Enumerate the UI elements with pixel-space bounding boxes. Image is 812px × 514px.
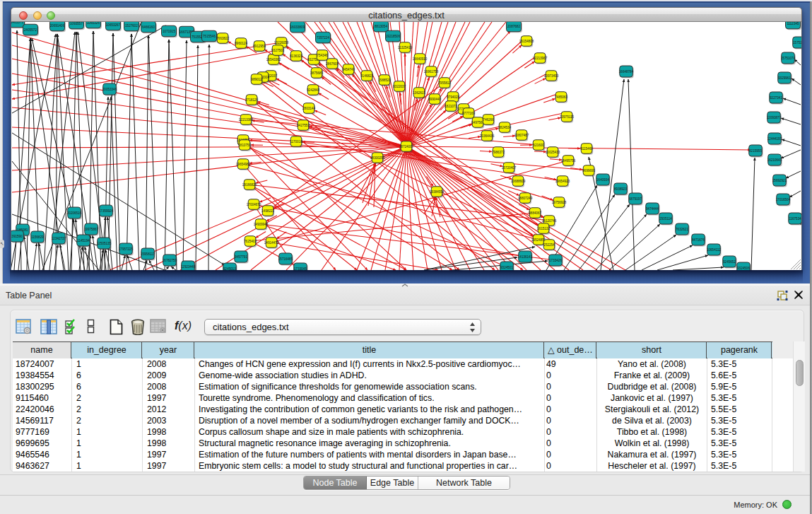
- svg-text:9327503: 9327503: [271, 49, 284, 52]
- svg-text:2803144: 2803144: [302, 107, 315, 110]
- svg-text:391590: 391590: [11, 235, 23, 238]
- svg-text:10654112: 10654112: [707, 248, 722, 252]
- svg-text:12213383: 12213383: [239, 118, 254, 122]
- svg-text:15958117: 15958117: [141, 252, 155, 256]
- svg-text:1405571: 1405571: [11, 22, 23, 24]
- svg-text:12444197: 12444197: [767, 137, 782, 141]
- svg-text:15716485: 15716485: [278, 257, 293, 261]
- svg-text:9146821: 9146821: [360, 74, 373, 78]
- svg-text:7632621: 7632621: [676, 228, 688, 231]
- svg-text:9474444: 9474444: [646, 207, 659, 211]
- svg-text:12923448: 12923448: [181, 265, 196, 269]
- svg-text:19166825: 19166825: [242, 183, 257, 187]
- svg-text:1362615: 1362615: [413, 91, 425, 95]
- svg-text:19975867: 19975867: [84, 228, 99, 231]
- svg-text:2718126: 2718126: [245, 98, 258, 102]
- svg-text:16648784: 16648784: [619, 70, 634, 74]
- svg-text:9699695: 9699695: [582, 169, 595, 173]
- svg-text:1733426: 1733426: [549, 259, 562, 262]
- svg-text:9242848: 9242848: [307, 88, 319, 92]
- svg-text:17957225: 17957225: [119, 247, 134, 251]
- svg-text:19654923: 19654923: [555, 180, 570, 183]
- svg-text:9457791: 9457791: [235, 255, 247, 259]
- svg-text:15720407: 15720407: [502, 166, 517, 170]
- svg-text:2087682: 2087682: [507, 25, 520, 28]
- svg-text:20364436: 20364436: [480, 134, 495, 138]
- svg-text:12093877: 12093877: [767, 116, 782, 119]
- svg-text:7515546: 7515546: [203, 35, 216, 38]
- svg-text:16033809: 16033809: [290, 25, 305, 29]
- svg-text:1145194: 1145194: [77, 239, 90, 243]
- svg-text:9884067: 9884067: [529, 211, 541, 215]
- svg-text:12342737: 12342737: [52, 237, 66, 240]
- svg-text:9245013: 9245013: [223, 267, 236, 270]
- svg-text:19218506: 19218506: [386, 35, 401, 38]
- svg-text:989012: 989012: [251, 78, 262, 81]
- svg-text:9777169: 9777169: [462, 112, 475, 115]
- svg-text:12213967: 12213967: [533, 57, 548, 60]
- svg-text:13975115: 13975115: [560, 115, 575, 119]
- svg-text:2405572: 2405572: [24, 28, 37, 32]
- svg-text:1588520: 1588520: [378, 78, 391, 82]
- svg-text:18807249: 18807249: [518, 197, 533, 200]
- svg-text:8454749: 8454749: [342, 68, 355, 71]
- svg-text:9427552: 9427552: [297, 124, 310, 127]
- svg-text:20206516: 20206516: [67, 211, 82, 215]
- svg-text:9329961: 9329961: [778, 76, 791, 80]
- svg-text:7485063: 7485063: [555, 95, 567, 99]
- svg-text:19654982: 19654982: [236, 163, 251, 166]
- svg-text:10973493: 10973493: [544, 74, 559, 78]
- svg-text:1821072: 1821072: [445, 105, 457, 108]
- svg-text:10653267: 10653267: [106, 23, 121, 27]
- svg-text:16120746: 16120746: [542, 219, 557, 223]
- svg-text:1156829: 1156829: [31, 235, 44, 239]
- svg-text:7663822: 7663822: [216, 37, 229, 40]
- svg-text:12505135: 12505135: [97, 242, 112, 245]
- svg-text:16961758: 16961758: [424, 70, 439, 74]
- svg-text:7955812: 7955812: [438, 81, 451, 85]
- svg-text:2867608: 2867608: [326, 62, 339, 66]
- svg-text:7357224: 7357224: [317, 36, 329, 40]
- svg-text:17359924: 17359924: [99, 209, 114, 213]
- svg-text:3824534: 3824534: [498, 126, 511, 129]
- svg-text:15751074: 15751074: [781, 57, 796, 60]
- svg-text:2935114: 2935114: [659, 217, 672, 221]
- svg-text:18300295: 18300295: [370, 156, 385, 160]
- svg-text:11325419: 11325419: [398, 46, 413, 49]
- svg-text:1065326: 1065326: [87, 22, 100, 25]
- svg-text:10688609: 10688609: [511, 180, 526, 183]
- svg-text:8471676: 8471676: [692, 238, 705, 242]
- svg-text:8960124: 8960124: [235, 42, 247, 45]
- svg-text:1498222: 1498222: [261, 209, 274, 213]
- svg-text:16782759: 16782759: [163, 259, 177, 262]
- svg-text:20691406: 20691406: [50, 24, 65, 28]
- svg-text:1810756: 1810756: [238, 144, 251, 147]
- svg-text:621600: 621600: [533, 144, 544, 147]
- svg-text:9227341: 9227341: [770, 96, 782, 100]
- svg-text:9794028: 9794028: [447, 95, 459, 99]
- svg-text:1615132: 1615132: [537, 227, 550, 230]
- svg-text:1527602: 1527602: [125, 24, 138, 28]
- svg-text:8215955: 8215955: [749, 149, 762, 153]
- svg-text:1112345: 1112345: [787, 22, 799, 25]
- svg-text:9324506: 9324506: [737, 267, 750, 270]
- svg-text:1071915: 1071915: [163, 30, 175, 33]
- svg-text:8990448: 8990448: [428, 98, 441, 101]
- svg-text:8912954: 8912954: [253, 45, 266, 48]
- svg-text:7986372: 7986372: [492, 151, 505, 154]
- svg-text:1170016: 1170016: [290, 140, 302, 144]
- svg-text:17016504: 17016504: [776, 198, 791, 201]
- svg-text:1093557: 1093557: [70, 22, 83, 25]
- svg-text:8322037: 8322037: [393, 85, 406, 88]
- svg-text:18724007: 18724007: [399, 145, 414, 148]
- svg-text:15692921: 15692921: [772, 179, 787, 182]
- svg-text:8938923: 8938923: [614, 187, 627, 191]
- svg-text:252254: 252254: [543, 243, 555, 247]
- svg-text:1575107: 1575107: [793, 41, 801, 45]
- svg-text:1733045: 1733045: [294, 267, 307, 270]
- svg-text:3875685: 3875685: [310, 71, 323, 75]
- svg-text:17004670: 17004670: [247, 203, 261, 206]
- svg-text:13226058: 13226058: [274, 41, 289, 45]
- svg-text:8136323: 8136323: [290, 54, 302, 58]
- svg-text:10807487: 10807487: [514, 134, 529, 137]
